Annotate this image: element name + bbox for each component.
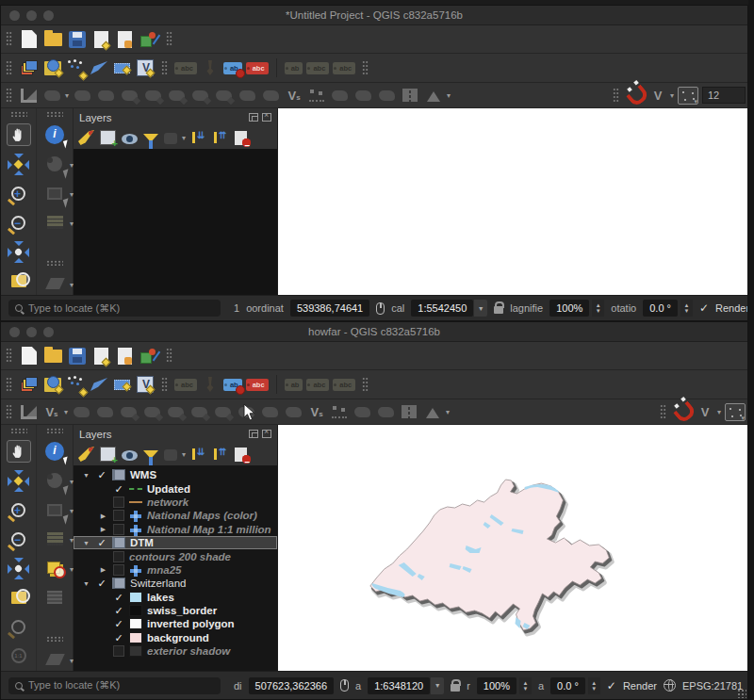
layer-tree-item[interactable]: WMS bbox=[74, 468, 277, 481]
collapse-all-icon[interactable]: ⇈ bbox=[213, 447, 229, 462]
add-polygon-feature-icon[interactable] bbox=[168, 407, 184, 417]
delete-part-icon[interactable] bbox=[215, 407, 231, 417]
map-canvas[interactable] bbox=[278, 108, 747, 295]
run-feature-action-tool[interactable]: ▾ bbox=[42, 153, 67, 175]
datasource-manager-icon[interactable] bbox=[21, 60, 38, 75]
advanced-digitizing-icon[interactable] bbox=[427, 90, 440, 102]
rotate-feature-icon[interactable] bbox=[355, 90, 371, 101]
pan-to-selection-tool[interactable] bbox=[7, 469, 31, 492]
vertex-tool-icon[interactable]: Vs bbox=[42, 405, 61, 419]
resize-grip[interactable] bbox=[737, 689, 746, 698]
delete-ring-icon[interactable] bbox=[192, 90, 208, 101]
remove-layer-icon[interactable] bbox=[235, 448, 247, 462]
current-edits-icon[interactable] bbox=[21, 89, 37, 103]
expander-icon[interactable] bbox=[81, 539, 91, 547]
add-spatialite-layer-icon[interactable] bbox=[114, 380, 130, 390]
save-edits-icon[interactable] bbox=[74, 90, 90, 101]
rotation-field[interactable]: 0.0 ° bbox=[643, 300, 678, 317]
simplify-feature-icon[interactable] bbox=[378, 407, 394, 417]
toggle-editing-icon[interactable] bbox=[44, 90, 60, 101]
scale-field[interactable]: 1:5542450 bbox=[411, 300, 473, 317]
toolbar-grip[interactable] bbox=[6, 88, 12, 104]
visibility-checkbox[interactable] bbox=[113, 632, 124, 643]
visibility-checkbox[interactable] bbox=[113, 483, 124, 495]
scale-field[interactable]: 1:6348120 bbox=[368, 677, 430, 694]
change-label-icon[interactable]: abc bbox=[333, 379, 355, 391]
offset-curve-icon[interactable] bbox=[286, 407, 302, 417]
locator-search-input[interactable]: Type to locate (⌘K) bbox=[8, 300, 221, 317]
attributes-toolbar-icon[interactable] bbox=[402, 405, 417, 418]
layer-tree-item[interactable]: mna25 bbox=[74, 563, 277, 577]
zoom-last-tool[interactable] bbox=[7, 615, 31, 638]
expander-icon[interactable] bbox=[81, 471, 91, 480]
add-vector-layer-icon[interactable] bbox=[44, 61, 61, 75]
rotation-field[interactable]: 0.0 ° bbox=[550, 677, 585, 694]
magnifier-field[interactable]: 100% bbox=[477, 677, 516, 694]
add-postgis-layer-icon[interactable] bbox=[90, 378, 107, 391]
toolbar-grip[interactable] bbox=[46, 260, 63, 266]
snapping-icon[interactable] bbox=[628, 88, 643, 103]
expander-icon[interactable] bbox=[98, 525, 108, 533]
rotate-feature-icon[interactable] bbox=[354, 407, 370, 417]
run-feature-action-tool[interactable]: ▾ bbox=[42, 469, 67, 492]
filter-legend-icon[interactable] bbox=[143, 134, 158, 142]
toolbar-grip[interactable] bbox=[10, 111, 27, 117]
layer-tree-item[interactable]: contours 200 shade bbox=[74, 549, 277, 562]
toolbar-grip[interactable] bbox=[6, 348, 12, 364]
layer-tree-item[interactable]: background bbox=[74, 631, 277, 644]
add-line-feature-icon[interactable] bbox=[145, 90, 161, 101]
identify-features-tool[interactable]: i bbox=[42, 440, 67, 463]
toolbar-grip[interactable] bbox=[10, 428, 27, 433]
highlight-pinned-labels-icon[interactable]: ab bbox=[223, 379, 242, 391]
close-panel-icon[interactable] bbox=[262, 430, 271, 438]
add-group-icon[interactable] bbox=[100, 447, 116, 462]
attributes-toolbar-icon[interactable] bbox=[402, 89, 418, 102]
pan-map-tool[interactable] bbox=[7, 440, 31, 463]
layer-styling-icon[interactable] bbox=[78, 130, 94, 145]
toolbar-grip[interactable] bbox=[166, 348, 172, 364]
expand-all-icon[interactable]: ⇊ bbox=[191, 447, 207, 462]
layer-tree-item[interactable]: National Maps (color) bbox=[74, 509, 277, 522]
zoom-in-tool[interactable]: + bbox=[7, 498, 31, 521]
coordinate-field[interactable]: 507623,362366 bbox=[249, 677, 334, 694]
layer-labeling-icon[interactable]: abc bbox=[174, 379, 197, 391]
layer-tree-item[interactable]: exterior shadow bbox=[74, 644, 277, 658]
zoom-out-tool[interactable]: − bbox=[7, 528, 31, 550]
layer-tree-item[interactable]: lakes bbox=[74, 591, 277, 604]
visibility-checkbox[interactable] bbox=[113, 564, 124, 576]
zoom-in-tool[interactable]: + bbox=[7, 182, 31, 204]
toolbar-grip[interactable] bbox=[46, 111, 63, 117]
manage-visibility-icon[interactable] bbox=[122, 134, 138, 144]
traffic-lights[interactable] bbox=[9, 327, 54, 337]
pin-labels-icon[interactable] bbox=[205, 60, 215, 75]
visibility-checkbox[interactable] bbox=[113, 497, 124, 508]
new-project-icon[interactable] bbox=[22, 30, 37, 48]
toolbar-grip[interactable] bbox=[161, 60, 168, 76]
locator-search-input[interactable]: Type to locate (⌘K) bbox=[8, 677, 221, 694]
visibility-checkbox[interactable] bbox=[113, 592, 124, 603]
zoom-to-layer-tool[interactable] bbox=[7, 269, 31, 292]
measure-tool[interactable]: ▾ bbox=[42, 272, 67, 295]
move-label-icon[interactable]: ab bbox=[285, 379, 303, 391]
change-label-icon[interactable]: abc bbox=[333, 62, 355, 74]
visibility-checkbox[interactable] bbox=[96, 469, 107, 480]
rotate-label-icon[interactable]: abc bbox=[306, 62, 329, 74]
new-print-layout-icon[interactable] bbox=[94, 348, 108, 365]
lock-scale-icon[interactable] bbox=[451, 684, 460, 692]
open-project-icon[interactable] bbox=[44, 350, 62, 363]
zoom-to-layer-tool[interactable] bbox=[7, 586, 31, 609]
layer-tree-item[interactable]: Updated bbox=[74, 481, 277, 495]
zoom-full-tool[interactable] bbox=[7, 557, 31, 579]
expander-icon[interactable] bbox=[98, 565, 108, 574]
select-by-form-tool[interactable]: ▾ bbox=[42, 211, 67, 234]
snap-vertex-icon[interactable]: V bbox=[648, 89, 667, 103]
rotate-label-icon[interactable]: abc bbox=[306, 379, 329, 391]
layer-tree-empty[interactable] bbox=[74, 149, 277, 295]
pin-labels-icon[interactable] bbox=[205, 377, 215, 392]
toolbar-grip[interactable] bbox=[6, 404, 12, 420]
style-manager-icon[interactable] bbox=[140, 349, 157, 364]
toolbar-grip[interactable] bbox=[6, 31, 12, 47]
filter-expression-icon[interactable] bbox=[164, 449, 177, 461]
lock-scale-icon[interactable] bbox=[494, 306, 503, 314]
save-edits-icon[interactable] bbox=[97, 407, 113, 417]
